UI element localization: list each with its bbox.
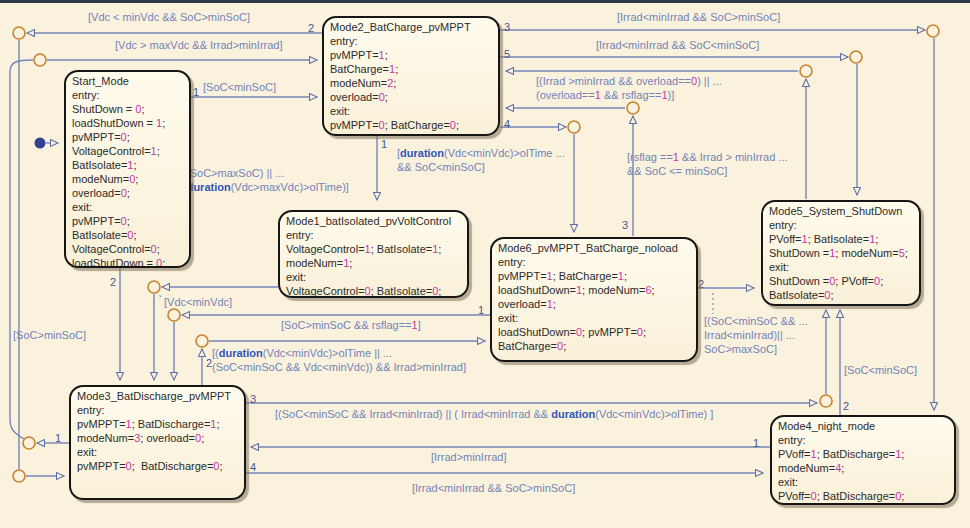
state-line: pvMPPT=1; BatCharge=1; — [498, 269, 690, 283]
state-line: pvMPPT=0; BatCharge=0; — [330, 118, 492, 132]
transition-order: 1 — [193, 86, 199, 98]
state-line: VoltageControl=1; BatIsolate=1; — [286, 242, 461, 256]
state-line: loadShutDown = 1; — [72, 116, 183, 130]
transition-order: 3 — [250, 393, 256, 405]
transition-label[interactable]: [(SoC>maxSoC) || ... (duration(Vdc>maxVd… — [183, 166, 349, 194]
state-line: modeNum=4; — [778, 461, 948, 475]
transition-label[interactable]: [SoC>minSoC && rsflag==1] — [281, 318, 421, 332]
state-mode2-batcharge-pvmppt[interactable]: Mode2_BatCharge_pvMPPT entry: pvMPPT=1; … — [322, 16, 500, 136]
state-line: entry: — [778, 433, 948, 447]
transition-label[interactable]: [Vdc<minVdc] — [164, 295, 232, 309]
state-title: Mode4_night_mode — [778, 419, 948, 433]
state-line: exit: — [778, 475, 948, 489]
state-line: VoltageControl=0; — [72, 242, 183, 256]
state-line: modeNum=3; overload=0; — [77, 431, 238, 445]
transition-leftedge-up[interactable] — [10, 60, 33, 439]
junction[interactable] — [196, 335, 208, 347]
transition-order: 1 — [381, 138, 387, 150]
state-line: entry: — [498, 255, 690, 269]
state-line: pvMPPT=0; — [72, 214, 183, 228]
state-line: exit: — [77, 445, 238, 459]
junction[interactable] — [148, 281, 160, 293]
transition-label[interactable]: [(SoC<minSoC && ... Irrad<minIrrad)|| ..… — [704, 314, 808, 356]
state-title: Mode1_batIsolated_pvVoltControl — [286, 214, 461, 228]
transition-label[interactable]: [Vdc > maxVdc && Irrad>minIrrad] — [115, 38, 283, 52]
state-line: loadShutDown=1; modeNum=6; — [498, 283, 690, 297]
transition-order: 3 — [622, 219, 628, 231]
state-line: ShutDown = 0; — [72, 102, 183, 116]
state-line: entry: — [72, 88, 183, 102]
state-line: ShutDown =0; PVoff=0; — [769, 274, 913, 288]
state-title: Mode5_System_ShutDown — [769, 204, 913, 218]
transition-label[interactable]: [SoC<minSoC] — [203, 80, 276, 94]
junction[interactable] — [800, 65, 812, 77]
transition-label[interactable]: [rsflag ==1 && Irrad > minIrrad ... && S… — [627, 150, 788, 178]
state-line: exit: — [769, 260, 913, 274]
state-mode6-pvmppt-batcharge-noload[interactable]: Mode6_pvMPPT_BatCharge_noload entry: pvM… — [490, 237, 698, 362]
state-mode1-batisolated-pvvoltcontrol[interactable]: Mode1_batIsolated_pvVoltControl entry: V… — [278, 210, 469, 298]
state-line: entry: — [286, 228, 461, 242]
state-line: entry: — [77, 403, 238, 417]
state-line: entry: — [769, 218, 913, 232]
transition-label[interactable]: [(Irrad >minIrrad && overload==0) || ...… — [536, 74, 722, 102]
junction[interactable] — [927, 25, 939, 37]
junction[interactable] — [568, 121, 580, 133]
transition-order: 3 — [504, 21, 510, 33]
transition-label[interactable]: [Irrad<minIrrad && SoC>minSoC] — [617, 10, 780, 24]
transition-label[interactable]: [Vdc < minVdc && SoC>minSoC] — [88, 10, 250, 24]
transition-order: 2 — [843, 400, 849, 412]
state-title: Mode3_BatDischarge_pvMPPT — [77, 389, 238, 403]
state-line: PVoff=1; BatIsolate=1; — [769, 232, 913, 246]
junction[interactable] — [34, 54, 46, 66]
stateflow-canvas: [Vdc < minVdc && SoC>minSoC] [Vdc > maxV… — [0, 0, 970, 528]
transition-order: 1 — [753, 437, 759, 449]
state-line: PVoff=0; BatDischarge=0; — [778, 489, 948, 503]
transition-label[interactable]: [duration(Vdc<minVdc)>olTime ... && SoC<… — [397, 146, 565, 174]
junction[interactable] — [627, 102, 639, 114]
state-line: BatIsolate=0; — [769, 288, 913, 302]
state-line: PVoff=1; BatDischarge=1; — [778, 447, 948, 461]
transition-order: 4 — [504, 118, 510, 130]
state-mode4-night-mode[interactable]: Mode4_night_mode entry: PVoff=1; BatDisc… — [770, 415, 956, 505]
transition-order: 1 — [478, 304, 484, 316]
default-transition-dot[interactable] — [35, 138, 46, 149]
junction[interactable] — [13, 27, 25, 39]
state-line: BatCharge=0; — [498, 339, 690, 353]
state-line: overload=0; — [72, 186, 183, 200]
transition-label[interactable]: [SoC<minSoC] — [844, 363, 917, 377]
transition-label[interactable]: [Irrad<minIrrad && SoC<minSoC] — [596, 38, 759, 52]
state-line: overload=1; — [498, 297, 690, 311]
junction[interactable] — [850, 51, 862, 63]
state-line: exit: — [330, 104, 492, 118]
junction[interactable] — [820, 395, 832, 407]
state-line: pvMPPT=0; — [72, 130, 183, 144]
junction[interactable] — [23, 437, 35, 449]
transition-order: 4 — [250, 461, 256, 473]
state-line: modeNum=2; — [330, 76, 492, 90]
state-line: pvMPPT=1; — [330, 48, 492, 62]
transition-label[interactable]: [Irrad<minIrrad && SoC>minSoC] — [412, 481, 575, 495]
state-line: exit: — [498, 311, 690, 325]
junction[interactable] — [168, 309, 180, 321]
state-line: pvMPPT=0; BatDischarge=0; — [77, 459, 238, 473]
state-line: modeNum=1; — [286, 256, 461, 270]
state-start-mode[interactable]: Start_Mode entry: ShutDown = 0; loadShut… — [64, 70, 191, 268]
transition-label[interactable]: [Irrad>minIrrad] — [431, 450, 507, 464]
state-line: loadShutDown=0; pvMPPT=0; — [498, 325, 690, 339]
transition-label[interactable]: [(duration(Vdc<minVdc)>olTime || ... (So… — [212, 346, 466, 374]
transition-label[interactable]: [(SoC<minSoC && Irrad<minIrrad) || ( Irr… — [275, 407, 713, 421]
state-line: VoltageControl=0; BatIsolate=0; — [286, 284, 461, 298]
transition-label[interactable]: [SoC>minSoC] — [13, 328, 86, 342]
junction[interactable] — [13, 470, 25, 482]
state-line: VoltageControl=1; — [72, 144, 183, 158]
state-title: Mode6_pvMPPT_BatCharge_noload — [498, 241, 690, 255]
transition-order: 2 — [206, 357, 212, 369]
state-title: Start_Mode — [72, 74, 183, 88]
state-mode5-system-shutdown[interactable]: Mode5_System_ShutDown entry: PVoff=1; Ba… — [761, 200, 921, 306]
transition-order: 1 — [55, 432, 61, 444]
state-mode3-batdischarge-pvmppt[interactable]: Mode3_BatDischarge_pvMPPT entry: pvMPPT=… — [69, 385, 246, 500]
transition-order: 2 — [308, 22, 314, 34]
state-line: BatIsolate=1; — [72, 158, 183, 172]
state-line: ShutDown =1; modeNum=5; — [769, 246, 913, 260]
state-line: BatIsolate=0; — [72, 228, 183, 242]
